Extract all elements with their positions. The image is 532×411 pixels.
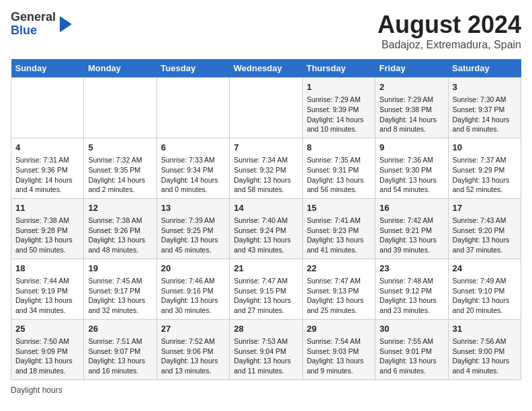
day-number: 16 [380,202,443,214]
calendar-cell: 11Sunrise: 7:38 AM Sunset: 9:28 PM Dayli… [11,198,84,259]
calendar-week-row: 1Sunrise: 7:29 AM Sunset: 9:39 PM Daylig… [11,78,521,138]
day-number: 13 [161,202,225,214]
calendar-cell [230,78,302,138]
calendar-week-row: 4Sunrise: 7:31 AM Sunset: 9:36 PM Daylig… [11,138,521,198]
calendar-cell: 30Sunrise: 7:55 AM Sunset: 9:01 PM Dayli… [375,319,448,379]
calendar-cell: 16Sunrise: 7:42 AM Sunset: 9:21 PM Dayli… [375,198,448,259]
calendar-cell: 27Sunrise: 7:52 AM Sunset: 9:06 PM Dayli… [157,319,229,379]
day-number: 7 [234,142,298,154]
calendar-cell: 15Sunrise: 7:41 AM Sunset: 9:23 PM Dayli… [302,198,375,259]
day-info: Sunrise: 7:40 AM Sunset: 9:24 PM Dayligh… [234,216,298,255]
calendar-cell: 22Sunrise: 7:47 AM Sunset: 9:13 PM Dayli… [302,259,375,319]
calendar-cell [11,78,84,138]
day-number: 31 [453,323,517,335]
column-header-monday: Monday [84,59,157,78]
calendar-cell: 14Sunrise: 7:40 AM Sunset: 9:24 PM Dayli… [230,198,302,259]
day-number: 14 [234,202,298,214]
day-info: Sunrise: 7:50 AM Sunset: 9:09 PM Dayligh… [15,336,79,376]
calendar-cell: 3Sunrise: 7:30 AM Sunset: 9:37 PM Daylig… [448,78,521,138]
column-header-tuesday: Tuesday [157,59,229,78]
calendar-week-row: 18Sunrise: 7:44 AM Sunset: 9:19 PM Dayli… [11,259,521,319]
calendar-cell: 26Sunrise: 7:51 AM Sunset: 9:07 PM Dayli… [84,319,157,379]
day-number: 18 [15,263,79,275]
column-header-sunday: Sunday [11,59,84,78]
day-number: 9 [380,142,443,154]
calendar-cell: 5Sunrise: 7:32 AM Sunset: 9:35 PM Daylig… [84,138,157,198]
day-info: Sunrise: 7:34 AM Sunset: 9:32 PM Dayligh… [234,155,298,195]
day-number: 6 [161,142,225,154]
day-number: 3 [453,81,517,93]
calendar-cell: 28Sunrise: 7:53 AM Sunset: 9:04 PM Dayli… [230,319,302,379]
calendar-cell: 19Sunrise: 7:45 AM Sunset: 9:17 PM Dayli… [84,259,157,319]
day-info: Sunrise: 7:49 AM Sunset: 9:10 PM Dayligh… [453,276,517,316]
calendar-cell: 20Sunrise: 7:46 AM Sunset: 9:16 PM Dayli… [157,259,229,319]
calendar-cell [157,78,229,138]
calendar-body: 1Sunrise: 7:29 AM Sunset: 9:39 PM Daylig… [11,78,521,380]
header: General Blue August 2024 Badajoz, Extrem… [11,11,521,51]
calendar-cell: 8Sunrise: 7:35 AM Sunset: 9:31 PM Daylig… [302,138,375,198]
day-info: Sunrise: 7:52 AM Sunset: 9:06 PM Dayligh… [161,336,225,376]
day-number: 19 [88,263,152,275]
day-number: 17 [453,202,517,214]
day-number: 15 [307,202,371,214]
calendar-cell: 31Sunrise: 7:56 AM Sunset: 9:00 PM Dayli… [448,319,521,379]
day-number: 4 [15,142,79,154]
calendar-cell: 9Sunrise: 7:36 AM Sunset: 9:30 PM Daylig… [375,138,448,198]
calendar-week-row: 25Sunrise: 7:50 AM Sunset: 9:09 PM Dayli… [11,319,521,379]
day-number: 5 [88,142,152,154]
day-info: Sunrise: 7:29 AM Sunset: 9:39 PM Dayligh… [307,95,371,134]
column-header-saturday: Saturday [448,59,521,78]
day-number: 24 [453,263,517,275]
daylight-label: Daylight hours [11,385,62,395]
calendar-cell: 21Sunrise: 7:47 AM Sunset: 9:15 PM Dayli… [230,259,302,319]
calendar-table: SundayMondayTuesdayWednesdayThursdayFrid… [11,59,521,380]
calendar-cell: 17Sunrise: 7:43 AM Sunset: 9:20 PM Dayli… [448,198,521,259]
day-info: Sunrise: 7:51 AM Sunset: 9:07 PM Dayligh… [88,336,152,376]
logo-text-block: General Blue [11,11,56,38]
day-info: Sunrise: 7:38 AM Sunset: 9:28 PM Dayligh… [15,216,79,255]
column-header-wednesday: Wednesday [230,59,302,78]
day-number: 30 [380,323,443,335]
day-number: 1 [307,81,371,93]
calendar-cell: 7Sunrise: 7:34 AM Sunset: 9:32 PM Daylig… [230,138,302,198]
day-info: Sunrise: 7:33 AM Sunset: 9:34 PM Dayligh… [161,155,225,195]
day-info: Sunrise: 7:41 AM Sunset: 9:23 PM Dayligh… [307,216,371,255]
day-info: Sunrise: 7:38 AM Sunset: 9:26 PM Dayligh… [88,216,152,255]
column-header-thursday: Thursday [302,59,375,78]
day-number: 23 [380,263,443,275]
day-number: 25 [15,323,79,335]
day-info: Sunrise: 7:39 AM Sunset: 9:25 PM Dayligh… [161,216,225,255]
day-info: Sunrise: 7:43 AM Sunset: 9:20 PM Dayligh… [453,216,517,255]
calendar-cell: 24Sunrise: 7:49 AM Sunset: 9:10 PM Dayli… [448,259,521,319]
day-number: 2 [380,81,443,93]
calendar-cell: 4Sunrise: 7:31 AM Sunset: 9:36 PM Daylig… [11,138,84,198]
day-number: 8 [307,142,371,154]
footer: Daylight hours [11,385,521,395]
day-info: Sunrise: 7:45 AM Sunset: 9:17 PM Dayligh… [88,276,152,316]
calendar-cell: 12Sunrise: 7:38 AM Sunset: 9:26 PM Dayli… [84,198,157,259]
day-number: 22 [307,263,371,275]
day-info: Sunrise: 7:35 AM Sunset: 9:31 PM Dayligh… [307,155,371,195]
day-info: Sunrise: 7:47 AM Sunset: 9:13 PM Dayligh… [307,276,371,316]
day-number: 26 [88,323,152,335]
calendar-cell [84,78,157,138]
day-info: Sunrise: 7:44 AM Sunset: 9:19 PM Dayligh… [15,276,79,316]
calendar-week-row: 11Sunrise: 7:38 AM Sunset: 9:28 PM Dayli… [11,198,521,259]
column-header-friday: Friday [375,59,448,78]
day-number: 10 [453,142,517,154]
day-number: 29 [307,323,371,335]
day-number: 28 [234,323,298,335]
day-info: Sunrise: 7:56 AM Sunset: 9:00 PM Dayligh… [453,336,517,376]
day-info: Sunrise: 7:42 AM Sunset: 9:21 PM Dayligh… [380,216,443,255]
calendar-cell: 25Sunrise: 7:50 AM Sunset: 9:09 PM Dayli… [11,319,84,379]
day-info: Sunrise: 7:32 AM Sunset: 9:35 PM Dayligh… [88,155,152,195]
day-info: Sunrise: 7:36 AM Sunset: 9:30 PM Dayligh… [380,155,443,195]
calendar-cell: 2Sunrise: 7:29 AM Sunset: 9:38 PM Daylig… [375,78,448,138]
day-info: Sunrise: 7:47 AM Sunset: 9:15 PM Dayligh… [234,276,298,316]
day-number: 11 [15,202,79,214]
day-info: Sunrise: 7:30 AM Sunset: 9:37 PM Dayligh… [453,95,517,134]
day-info: Sunrise: 7:31 AM Sunset: 9:36 PM Dayligh… [15,155,79,195]
day-info: Sunrise: 7:55 AM Sunset: 9:01 PM Dayligh… [380,336,443,376]
day-number: 27 [161,323,225,335]
calendar-cell: 29Sunrise: 7:54 AM Sunset: 9:03 PM Dayli… [302,319,375,379]
